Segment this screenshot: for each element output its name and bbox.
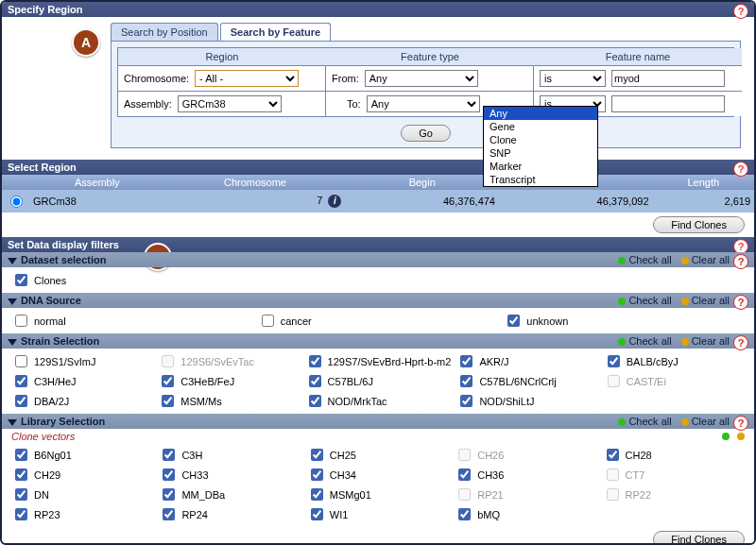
from-op-select[interactable]: is <box>540 70 606 87</box>
checkbox-item[interactable]: CH25 <box>307 446 449 464</box>
checkbox-item[interactable]: RP24 <box>159 505 301 523</box>
vec-check-all[interactable] <box>722 433 730 440</box>
checkbox[interactable] <box>15 449 27 461</box>
checkbox-item[interactable]: MSM/Ms <box>158 392 299 410</box>
checkbox-item[interactable]: WI1 <box>307 505 449 523</box>
to-type-select[interactable]: Any <box>367 95 480 112</box>
checkbox[interactable] <box>162 375 174 387</box>
checkbox[interactable] <box>311 468 323 481</box>
checkbox-item[interactable]: CAST/Ei <box>604 372 745 390</box>
checkbox-item[interactable]: bMQ <box>455 505 596 523</box>
checkbox-item[interactable]: RP23 <box>11 505 153 523</box>
checkbox-item[interactable]: CH36 <box>455 466 596 484</box>
checkbox[interactable] <box>311 449 323 461</box>
checkbox-item[interactable]: MM_DBa <box>159 485 301 503</box>
region-radio[interactable] <box>10 196 23 208</box>
checkbox-item[interactable]: B6Ng01 <box>11 446 153 464</box>
checkbox[interactable] <box>311 488 323 501</box>
checkbox[interactable] <box>15 488 27 501</box>
checkbox-item[interactable]: NOD/ShiLtJ <box>456 392 597 410</box>
checkbox[interactable] <box>162 355 174 367</box>
find-clones-button[interactable]: Find Clones <box>653 531 745 545</box>
dna-source-header[interactable]: DNA Source Check allClear all ? <box>2 293 754 308</box>
from-type-select[interactable]: Any <box>365 70 478 87</box>
checkbox-item[interactable]: CH26 <box>455 446 596 464</box>
checkbox-item[interactable]: normal <box>11 312 252 330</box>
checkbox[interactable] <box>309 395 321 407</box>
checkbox-item[interactable]: RP21 <box>455 485 596 503</box>
checkbox-item[interactable]: unknown <box>504 312 745 330</box>
checkbox-item[interactable]: 129S6/SvEvTac <box>158 352 299 370</box>
check-all-link[interactable]: Check all <box>628 295 671 306</box>
checkbox-item[interactable]: 129S1/SvImJ <box>11 352 152 370</box>
checkbox[interactable] <box>460 395 472 407</box>
checkbox-item[interactable]: DN <box>11 485 153 503</box>
dropdown-option[interactable]: SNP <box>484 146 597 160</box>
checkbox[interactable] <box>15 315 27 327</box>
help-icon[interactable]: ? <box>733 335 748 350</box>
help-icon[interactable]: ? <box>733 4 748 19</box>
checkbox[interactable] <box>608 355 620 367</box>
check-all-link[interactable]: Check all <box>628 254 671 265</box>
checkbox[interactable] <box>458 488 471 501</box>
checkbox-item[interactable]: cancer <box>258 312 499 330</box>
checkbox-item[interactable]: AKR/J <box>456 352 597 370</box>
help-icon[interactable]: ? <box>733 295 748 310</box>
checkbox[interactable] <box>15 395 27 407</box>
feature-name-to-input[interactable] <box>611 95 725 112</box>
help-icon[interactable]: ? <box>733 162 748 177</box>
assembly-select[interactable]: GRCm38 <box>178 95 282 112</box>
checkbox[interactable] <box>608 375 620 387</box>
clear-all-link[interactable]: Clear all <box>692 335 730 347</box>
to-type-dropdown[interactable]: AnyGeneCloneSNPMarkerTranscript <box>483 106 598 187</box>
vec-clear-all[interactable] <box>737 433 745 440</box>
help-icon[interactable]: ? <box>733 254 748 269</box>
go-button[interactable]: Go <box>401 125 451 142</box>
checkbox[interactable] <box>15 355 27 367</box>
checkbox-item[interactable]: C57BL/6J <box>305 372 452 390</box>
checkbox[interactable] <box>162 395 174 407</box>
strain-selection-header[interactable]: Strain Selection Check allClear all ? <box>2 333 754 349</box>
checkbox[interactable] <box>458 468 471 481</box>
checkbox-item[interactable]: CH29 <box>11 466 153 484</box>
check-all-link[interactable]: Check all <box>628 335 671 347</box>
checkbox-item[interactable]: 129S7/SvEvBrd-Hprt-b-m2 <box>305 352 452 370</box>
checkbox[interactable] <box>163 488 175 501</box>
dropdown-option[interactable]: Any <box>484 107 597 120</box>
checkbox-item[interactable]: RP22 <box>603 485 745 503</box>
check-all-link[interactable]: Check all <box>628 416 671 427</box>
checkbox[interactable] <box>15 468 27 481</box>
checkbox[interactable] <box>460 355 472 367</box>
checkbox[interactable] <box>15 274 27 286</box>
checkbox[interactable] <box>607 468 619 481</box>
checkbox[interactable] <box>309 355 321 367</box>
checkbox[interactable] <box>458 449 471 461</box>
checkbox[interactable] <box>607 488 619 501</box>
checkbox-item[interactable]: C3H/HeJ <box>11 372 152 390</box>
dropdown-option[interactable]: Clone <box>484 133 597 146</box>
checkbox-item[interactable]: NOD/MrkTac <box>305 392 452 410</box>
checkbox[interactable] <box>262 315 274 327</box>
checkbox-item[interactable]: C57BL/6NCrlCrlj <box>456 372 597 390</box>
checkbox[interactable] <box>15 508 27 520</box>
checkbox-item[interactable]: CT7 <box>603 466 745 484</box>
checkbox-item[interactable]: BALB/cByJ <box>604 352 745 370</box>
find-clones-button[interactable]: Find Clones <box>653 216 745 233</box>
checkbox-item[interactable]: C3H <box>159 446 301 464</box>
clear-all-link[interactable]: Clear all <box>692 254 730 265</box>
tab-search-by-position[interactable]: Search by Position <box>111 23 218 41</box>
checkbox[interactable] <box>163 449 175 461</box>
checkbox[interactable] <box>15 375 27 387</box>
dropdown-option[interactable]: Gene <box>484 120 597 133</box>
checkbox-item[interactable]: C3HeB/FeJ <box>158 372 299 390</box>
checkbox[interactable] <box>607 449 619 461</box>
checkbox-item[interactable]: CH33 <box>159 466 301 484</box>
checkbox[interactable] <box>163 468 175 481</box>
checkbox-item[interactable]: CH34 <box>307 466 449 484</box>
checkbox-item[interactable]: Clones <box>11 271 153 289</box>
info-icon[interactable]: i <box>328 195 341 208</box>
clear-all-link[interactable]: Clear all <box>692 416 730 427</box>
checkbox[interactable] <box>458 508 471 520</box>
checkbox-item[interactable]: CH28 <box>603 446 745 464</box>
dropdown-option[interactable]: Transcript <box>484 173 597 186</box>
